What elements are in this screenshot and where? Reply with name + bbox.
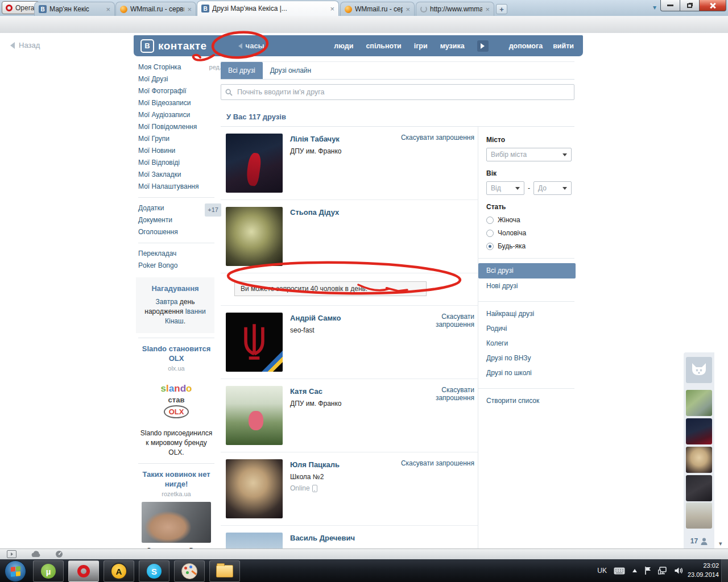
- friend-search-input[interactable]: [236, 88, 570, 97]
- taskbar-opera-active[interactable]: [68, 560, 99, 582]
- minimize-button[interactable]: [660, 0, 680, 11]
- taskbar-explorer[interactable]: [209, 560, 240, 582]
- nav-people[interactable]: люди: [334, 42, 353, 50]
- friend-name-link[interactable]: Лілія Табачук: [290, 135, 340, 143]
- menu-my-page[interactable]: Моя Сторінкаред.: [138, 61, 214, 73]
- menu-poker-bongo[interactable]: Poker Bongo: [138, 260, 214, 272]
- ad-title[interactable]: Slando становится OLX: [138, 344, 214, 363]
- panels-toggle-icon[interactable]: [7, 550, 16, 558]
- nav-music[interactable]: музика: [440, 42, 465, 50]
- menu-my-photos[interactable]: Мої Фотографії: [138, 85, 214, 97]
- friend-name-link[interactable]: Юля Пацкаль: [290, 460, 340, 469]
- browser-tab-2[interactable]: WMmail.ru - сервис п... ×: [115, 2, 196, 16]
- show-desktop-button[interactable]: [721, 559, 728, 582]
- edit-link[interactable]: ред.: [209, 61, 221, 73]
- menu-my-videos[interactable]: Мої Відеозаписи: [138, 97, 214, 109]
- menu-apps[interactable]: Додатки+17: [138, 202, 214, 214]
- start-button[interactable]: [5, 560, 26, 582]
- online-friend-thumb[interactable]: [686, 502, 712, 529]
- nav-games[interactable]: ігри: [414, 42, 428, 50]
- online-friends-count[interactable]: 17: [684, 537, 714, 545]
- friend-photo[interactable]: [226, 313, 283, 372]
- friend-name-link[interactable]: Андрій Самко: [290, 314, 341, 322]
- hidden-icons-arrow[interactable]: [632, 568, 638, 573]
- tab-close-icon[interactable]: ×: [406, 6, 410, 13]
- menu-my-settings[interactable]: Мої Налаштування: [138, 181, 214, 193]
- list-school-friends[interactable]: Друзі по школі: [486, 365, 574, 380]
- restore-button[interactable]: [680, 0, 700, 11]
- cancel-invite-link[interactable]: Скасувати запрошення: [425, 313, 474, 329]
- gender-option-any[interactable]: Будь-яка: [486, 242, 574, 250]
- taskbar-clock[interactable]: 23:02 23.09.2014: [688, 561, 719, 579]
- list-all-friends[interactable]: Всі друзі: [478, 263, 576, 278]
- radio-selected-icon[interactable]: [486, 243, 494, 250]
- list-colleagues[interactable]: Колеги: [486, 336, 574, 351]
- vk-logo[interactable]: В контакте: [140, 39, 207, 53]
- browser-tab-5[interactable]: http://www.wmmail.ru... ×: [416, 2, 494, 16]
- menu-my-bookmarks[interactable]: Мої Закладки: [138, 169, 214, 181]
- cancel-invite-link[interactable]: Скасувати запрошення: [401, 134, 474, 142]
- menu-my-friends[interactable]: Мої Друзі: [138, 73, 214, 85]
- friend-search-box[interactable]: [221, 84, 574, 100]
- menu-ads[interactable]: Оголошення: [138, 226, 214, 238]
- online-friend-thumb[interactable]: [686, 390, 712, 416]
- taskbar-aimp[interactable]: A: [104, 560, 134, 582]
- radio-icon[interactable]: [486, 217, 494, 224]
- online-friend-thumb[interactable]: [686, 475, 712, 501]
- taskbar-utorrent[interactable]: µ: [33, 560, 64, 582]
- friend-name-link[interactable]: Василь Дречевич: [290, 534, 355, 542]
- vk-dog-placeholder[interactable]: [686, 357, 712, 383]
- list-new-friends[interactable]: Нові друзі: [486, 278, 574, 293]
- friend-photo[interactable]: [226, 386, 283, 445]
- menu-my-messages[interactable]: Мої Повідомлення: [138, 121, 214, 133]
- list-university-friends[interactable]: Друзі по ВНЗу: [486, 351, 574, 365]
- header-back-item[interactable]: часы: [238, 41, 264, 50]
- menu-translator[interactable]: Перекладач: [138, 248, 214, 260]
- tab-close-icon[interactable]: ×: [106, 6, 110, 13]
- online-friend-thumb[interactable]: [686, 447, 712, 473]
- tab-all-friends[interactable]: Всі друзі: [221, 62, 263, 79]
- tab-close-icon[interactable]: ×: [485, 6, 490, 13]
- menu-my-news[interactable]: Мої Новини: [138, 145, 214, 157]
- nav-logout[interactable]: вийти: [553, 42, 574, 50]
- create-list-link[interactable]: Створити список: [486, 393, 574, 408]
- list-relatives[interactable]: Родичі: [486, 321, 574, 336]
- action-center-flag-icon[interactable]: [644, 567, 651, 575]
- ad-rozetka-image[interactable]: [142, 502, 211, 543]
- tab-close-icon[interactable]: ×: [187, 6, 192, 13]
- new-tab-button[interactable]: +: [496, 4, 507, 14]
- browser-tab-4[interactable]: WMmail.ru - сервис п... ×: [340, 2, 415, 16]
- speed-gauge-icon[interactable]: [55, 550, 63, 558]
- friend-photo[interactable]: [226, 459, 283, 518]
- keyboard-icon[interactable]: [614, 567, 625, 575]
- volume-icon[interactable]: [675, 567, 684, 575]
- online-friend-thumb[interactable]: [686, 418, 712, 444]
- tab-list-chevron-icon[interactable]: ▾: [653, 3, 656, 11]
- age-from-select[interactable]: Від: [486, 181, 524, 195]
- radio-icon[interactable]: [486, 230, 494, 237]
- taskbar-paint[interactable]: [174, 560, 205, 582]
- ad-title[interactable]: Таких новинок нет нигде!: [138, 469, 214, 489]
- list-best-friends[interactable]: Найкращі друзі: [486, 306, 574, 321]
- close-button[interactable]: [699, 0, 726, 11]
- ad-slando-image[interactable]: slando став OLX: [140, 376, 212, 425]
- network-icon[interactable]: [658, 567, 668, 575]
- friend-name-link[interactable]: Катя Сас: [290, 387, 322, 396]
- scrollbar-down-icon[interactable]: ▾: [719, 540, 722, 547]
- opera-turbo-cloud-icon[interactable]: [30, 551, 42, 558]
- cancel-invite-link[interactable]: Скасувати запрошення: [401, 459, 474, 467]
- friend-name-link[interactable]: Стьопа Дідух: [290, 208, 339, 217]
- browser-tab-1[interactable]: B Мар'ян Кекіс ×: [34, 2, 115, 16]
- tab-friends-online[interactable]: Друзі онлайн: [263, 62, 318, 79]
- nav-help[interactable]: допомога: [509, 42, 543, 50]
- nav-communities[interactable]: спільноти: [366, 42, 401, 50]
- ad-slando[interactable]: Slando становится OLX olx.ua slando став…: [138, 344, 214, 458]
- age-to-select[interactable]: До: [533, 181, 572, 195]
- menu-my-groups[interactable]: Мої Групи: [138, 133, 214, 145]
- taskbar-skype[interactable]: S: [139, 560, 169, 582]
- friend-photo[interactable]: [226, 207, 283, 266]
- friend-photo[interactable]: [226, 134, 283, 193]
- gender-option-female[interactable]: Жіноча: [486, 216, 574, 224]
- friend-photo[interactable]: [226, 533, 283, 548]
- city-select[interactable]: Вибір міста: [486, 148, 572, 161]
